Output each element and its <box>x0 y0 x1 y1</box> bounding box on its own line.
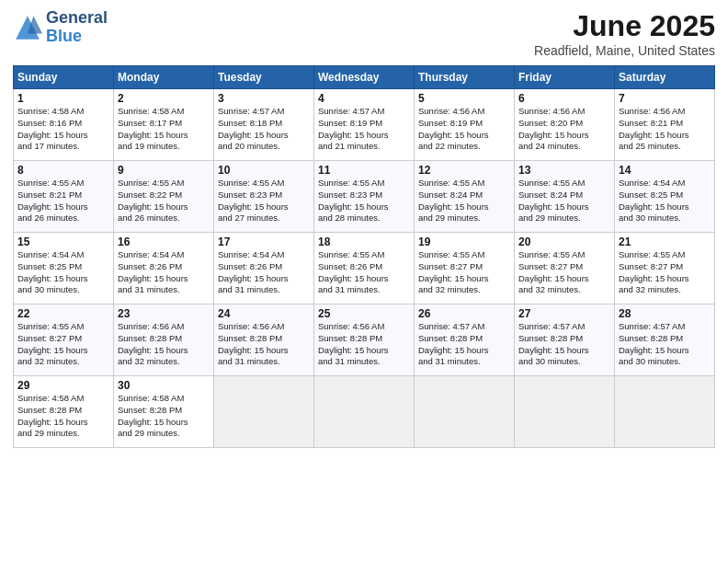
weekday-header-friday: Friday <box>515 66 615 89</box>
calendar-cell: 19Sunrise: 4:55 AM Sunset: 8:27 PM Dayli… <box>415 233 515 304</box>
logo-general-text: General <box>46 9 108 28</box>
day-info: Sunrise: 4:55 AM Sunset: 8:23 PM Dayligh… <box>318 178 410 224</box>
calendar-cell: 23Sunrise: 4:56 AM Sunset: 8:28 PM Dayli… <box>114 304 214 376</box>
day-info: Sunrise: 4:58 AM Sunset: 8:17 PM Dayligh… <box>118 106 210 153</box>
calendar-cell: 27Sunrise: 4:57 AM Sunset: 8:28 PM Dayli… <box>515 304 615 376</box>
day-info: Sunrise: 4:55 AM Sunset: 8:27 PM Dayligh… <box>518 249 610 296</box>
logo-icon <box>13 13 42 42</box>
calendar-cell: 3Sunrise: 4:57 AM Sunset: 8:18 PM Daylig… <box>214 89 314 161</box>
calendar-cell: 17Sunrise: 4:54 AM Sunset: 8:26 PM Dayli… <box>214 233 314 304</box>
calendar-cell <box>314 376 415 448</box>
day-number: 4 <box>318 92 410 105</box>
calendar-week-3: 15Sunrise: 4:54 AM Sunset: 8:25 PM Dayli… <box>14 233 715 304</box>
day-info: Sunrise: 4:56 AM Sunset: 8:28 PM Dayligh… <box>218 321 310 368</box>
day-number: 12 <box>418 164 510 177</box>
day-number: 26 <box>418 307 510 320</box>
day-number: 18 <box>318 236 410 248</box>
weekday-header-sunday: Sunday <box>14 66 114 89</box>
calendar-cell: 13Sunrise: 4:55 AM Sunset: 8:24 PM Dayli… <box>515 161 615 233</box>
calendar-cell: 2Sunrise: 4:58 AM Sunset: 8:17 PM Daylig… <box>114 89 214 161</box>
day-info: Sunrise: 4:55 AM Sunset: 8:22 PM Dayligh… <box>118 178 210 224</box>
day-number: 7 <box>619 92 711 105</box>
day-number: 24 <box>218 307 310 320</box>
weekday-header-wednesday: Wednesday <box>314 66 415 89</box>
calendar-week-5: 29Sunrise: 4:58 AM Sunset: 8:28 PM Dayli… <box>14 376 715 448</box>
day-number: 28 <box>619 307 711 320</box>
day-info: Sunrise: 4:58 AM Sunset: 8:28 PM Dayligh… <box>118 393 210 440</box>
day-number: 25 <box>318 307 410 320</box>
day-number: 21 <box>619 236 711 248</box>
day-number: 10 <box>218 164 310 177</box>
logo: General Blue <box>13 9 108 46</box>
day-number: 29 <box>17 379 109 392</box>
location: Readfield, Maine, United States <box>534 43 715 58</box>
calendar-cell: 30Sunrise: 4:58 AM Sunset: 8:28 PM Dayli… <box>114 376 214 448</box>
day-info: Sunrise: 4:57 AM Sunset: 8:28 PM Dayligh… <box>619 321 711 368</box>
day-number: 17 <box>218 236 310 248</box>
day-info: Sunrise: 4:58 AM Sunset: 8:16 PM Dayligh… <box>17 106 109 153</box>
day-number: 19 <box>418 236 510 248</box>
day-number: 5 <box>418 92 510 105</box>
logo-text: General Blue <box>46 9 108 46</box>
calendar-cell: 29Sunrise: 4:58 AM Sunset: 8:28 PM Dayli… <box>14 376 114 448</box>
day-number: 22 <box>17 307 109 320</box>
day-number: 27 <box>518 307 610 320</box>
calendar-cell: 7Sunrise: 4:56 AM Sunset: 8:21 PM Daylig… <box>615 89 715 161</box>
calendar-week-2: 8Sunrise: 4:55 AM Sunset: 8:21 PM Daylig… <box>14 161 715 233</box>
day-info: Sunrise: 4:56 AM Sunset: 8:19 PM Dayligh… <box>418 106 510 153</box>
calendar-cell: 25Sunrise: 4:56 AM Sunset: 8:28 PM Dayli… <box>314 304 415 376</box>
day-info: Sunrise: 4:55 AM Sunset: 8:26 PM Dayligh… <box>318 249 410 296</box>
day-info: Sunrise: 4:55 AM Sunset: 8:27 PM Dayligh… <box>619 249 711 296</box>
calendar-cell: 22Sunrise: 4:55 AM Sunset: 8:27 PM Dayli… <box>14 304 114 376</box>
page: General Blue June 2025 Readfield, Maine,… <box>0 0 728 563</box>
day-info: Sunrise: 4:56 AM Sunset: 8:21 PM Dayligh… <box>619 106 711 153</box>
calendar-cell <box>515 376 615 448</box>
day-info: Sunrise: 4:58 AM Sunset: 8:28 PM Dayligh… <box>17 393 109 440</box>
calendar-cell: 6Sunrise: 4:56 AM Sunset: 8:20 PM Daylig… <box>515 89 615 161</box>
header: General Blue June 2025 Readfield, Maine,… <box>13 9 715 58</box>
day-info: Sunrise: 4:56 AM Sunset: 8:28 PM Dayligh… <box>118 321 210 368</box>
day-number: 2 <box>118 92 210 105</box>
logo-blue-text: Blue <box>46 28 108 46</box>
day-info: Sunrise: 4:56 AM Sunset: 8:20 PM Dayligh… <box>518 106 610 153</box>
calendar-cell: 9Sunrise: 4:55 AM Sunset: 8:22 PM Daylig… <box>114 161 214 233</box>
day-info: Sunrise: 4:54 AM Sunset: 8:25 PM Dayligh… <box>17 249 109 296</box>
calendar-cell: 11Sunrise: 4:55 AM Sunset: 8:23 PM Dayli… <box>314 161 415 233</box>
day-number: 14 <box>619 164 711 177</box>
calendar-cell: 28Sunrise: 4:57 AM Sunset: 8:28 PM Dayli… <box>615 304 715 376</box>
day-info: Sunrise: 4:54 AM Sunset: 8:26 PM Dayligh… <box>218 249 310 296</box>
day-info: Sunrise: 4:54 AM Sunset: 8:25 PM Dayligh… <box>619 178 711 224</box>
weekday-header-monday: Monday <box>114 66 214 89</box>
day-number: 13 <box>518 164 610 177</box>
calendar-cell: 10Sunrise: 4:55 AM Sunset: 8:23 PM Dayli… <box>214 161 314 233</box>
day-info: Sunrise: 4:56 AM Sunset: 8:28 PM Dayligh… <box>318 321 410 368</box>
day-info: Sunrise: 4:55 AM Sunset: 8:24 PM Dayligh… <box>418 178 510 224</box>
day-info: Sunrise: 4:55 AM Sunset: 8:27 PM Dayligh… <box>17 321 109 368</box>
calendar-cell <box>615 376 715 448</box>
day-number: 3 <box>218 92 310 105</box>
weekday-header-saturday: Saturday <box>615 66 715 89</box>
day-number: 1 <box>17 92 109 105</box>
calendar-cell: 5Sunrise: 4:56 AM Sunset: 8:19 PM Daylig… <box>415 89 515 161</box>
calendar-cell: 24Sunrise: 4:56 AM Sunset: 8:28 PM Dayli… <box>214 304 314 376</box>
calendar-cell: 1Sunrise: 4:58 AM Sunset: 8:16 PM Daylig… <box>14 89 114 161</box>
calendar-cell: 4Sunrise: 4:57 AM Sunset: 8:19 PM Daylig… <box>314 89 415 161</box>
calendar-cell: 21Sunrise: 4:55 AM Sunset: 8:27 PM Dayli… <box>615 233 715 304</box>
day-number: 20 <box>518 236 610 248</box>
day-number: 30 <box>118 379 210 392</box>
day-info: Sunrise: 4:54 AM Sunset: 8:26 PM Dayligh… <box>118 249 210 296</box>
calendar-cell <box>415 376 515 448</box>
calendar-cell: 8Sunrise: 4:55 AM Sunset: 8:21 PM Daylig… <box>14 161 114 233</box>
day-number: 11 <box>318 164 410 177</box>
day-number: 15 <box>17 236 109 248</box>
weekday-header-row: SundayMondayTuesdayWednesdayThursdayFrid… <box>14 66 715 89</box>
calendar-cell: 14Sunrise: 4:54 AM Sunset: 8:25 PM Dayli… <box>615 161 715 233</box>
calendar-cell: 15Sunrise: 4:54 AM Sunset: 8:25 PM Dayli… <box>14 233 114 304</box>
day-number: 23 <box>118 307 210 320</box>
day-info: Sunrise: 4:57 AM Sunset: 8:28 PM Dayligh… <box>518 321 610 368</box>
day-number: 16 <box>118 236 210 248</box>
day-info: Sunrise: 4:55 AM Sunset: 8:23 PM Dayligh… <box>218 178 310 224</box>
day-info: Sunrise: 4:55 AM Sunset: 8:27 PM Dayligh… <box>418 249 510 296</box>
month-title: June 2025 <box>534 9 715 43</box>
day-number: 6 <box>518 92 610 105</box>
